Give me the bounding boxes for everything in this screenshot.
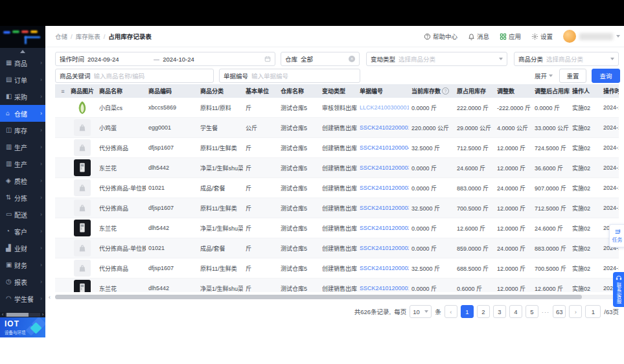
doc-no-link[interactable]: SSCK24101200002 (357, 225, 409, 231)
sidebar-item-finance[interactable]: ▣财务› (0, 256, 45, 273)
column-header-10[interactable]: 原占用库存 (454, 87, 494, 95)
customer-service-floating-button[interactable]: 联系客服 (613, 272, 624, 307)
per-page-select[interactable]: 10 (410, 305, 432, 318)
messages-button[interactable]: 消息 (468, 32, 489, 41)
column-header-2[interactable]: 商品名称 (97, 87, 146, 95)
table-row[interactable]: 代分拣商品-单位换算01021成品/套餐斤测试仓库5创建销售出库SSCK2410… (55, 238, 619, 258)
sidebar-item-customer[interactable]: ◔客户› (0, 223, 45, 240)
cell-original_occupied: 712.5000 斤 (454, 144, 494, 152)
sidebar-item-goods[interactable]: ▦商品› (0, 54, 45, 71)
product-image-cabbage[interactable] (74, 99, 91, 116)
category-select[interactable]: 商品分类 选择商品分类 (514, 52, 619, 66)
product-image-dark[interactable] (74, 220, 91, 236)
breadcrumb-item[interactable]: 仓储 (55, 32, 67, 41)
table-row[interactable]: 东兰花dlh5442净菜1/生鲜shu菜类...斤测试仓库5创建销售出库SSCK… (55, 218, 619, 238)
doc-no-link[interactable]: SSCK24101200002 (357, 265, 409, 271)
doc-no-link[interactable]: SSCK24101200002 (357, 245, 409, 251)
sidebar-item-sorting[interactable]: ⇅分拣› (0, 189, 45, 206)
task-floating-button[interactable]: 任务 (609, 224, 624, 247)
column-header-7[interactable]: 变动类型 (319, 87, 357, 95)
sidebar-item-meal[interactable]: ◠学生餐› (0, 290, 45, 307)
doc-no-input[interactable]: 单据编号 输入单据编号 (219, 69, 360, 83)
page-button-5[interactable]: 5 (526, 305, 538, 318)
column-header-6[interactable]: 仓库名称 (278, 87, 319, 95)
query-button[interactable]: 查询 (592, 69, 620, 83)
prev-page-button[interactable]: ‹ (445, 305, 457, 318)
table-row[interactable]: 东兰花dlh5442净菜1/生鲜shu菜类...斤测试仓库5创建销售出库SSCK… (55, 158, 619, 178)
column-header-14[interactable]: 操作时间 (601, 87, 619, 95)
help-center-button[interactable]: 帮助中心 (424, 32, 457, 41)
clear-icon[interactable]: × (349, 56, 355, 62)
sidebar-item-bizfinance[interactable]: ▟业财› (0, 240, 45, 256)
table-row[interactable]: 小白菜csxbccs5869原料11/原料斤测试仓库5审核领料出库LLCK241… (55, 98, 619, 118)
change-type-select[interactable]: 变动类型 选择商品分类 (366, 52, 507, 66)
column-header-12[interactable]: 调整后占用库存 (532, 87, 570, 95)
sidebar-scroll-thumb[interactable] (6, 313, 29, 317)
product-image-placeholder[interactable] (74, 119, 91, 136)
keyword-input[interactable]: 商品关键词 输入商品名称/编码 (55, 69, 214, 83)
column-header-4[interactable]: 商品分类 (198, 87, 243, 95)
page-button-3[interactable]: 3 (493, 305, 506, 318)
sidebar-item-inventory[interactable]: ◫库存› (0, 122, 45, 139)
user-menu[interactable] (563, 30, 620, 43)
sidebar-scroll-track[interactable] (5, 313, 40, 317)
column-header-8[interactable]: 单据编号 (357, 87, 409, 95)
column-header-9[interactable]: 当前库存数? (409, 87, 454, 95)
settings-button[interactable]: 设置 (531, 32, 553, 41)
sidebar-scrollbar[interactable]: ‹ › (0, 312, 45, 317)
product-image-placeholder[interactable] (74, 199, 91, 216)
doc-no-link[interactable]: SSCK24102200001 (357, 124, 409, 131)
sidebar-item-report[interactable]: ◷报表› (0, 273, 45, 290)
table-row[interactable]: 代分拣商品dfjsp1607原料11/生鲜类斤测试仓库5创建销售出库SSCK24… (55, 258, 619, 279)
page-button-2[interactable]: 2 (477, 305, 490, 318)
table-row[interactable]: 代分拣商品dfjsp1607原料11/生鲜类斤测试仓库5创建销售出库SSCK24… (55, 198, 619, 218)
table-h-scrollbar[interactable] (55, 295, 619, 299)
table-row[interactable]: 小鸡蛋egg0001学生餐公斤测试仓库5创建销售出库SSCK2410220000… (55, 118, 619, 138)
doc-no-link[interactable]: LLCK24100300001 (357, 104, 409, 111)
sidebar-item-warehouse[interactable]: ⌂仓储› (0, 105, 45, 122)
product-image-placeholder[interactable] (74, 139, 91, 156)
product-image-placeholder[interactable] (74, 179, 91, 196)
date-range-picker[interactable]: 操作时间 2024-09-24 — 2024-10-24 (55, 52, 275, 66)
expand-toggle[interactable]: 展开 (535, 71, 553, 80)
next-page-button[interactable]: › (569, 305, 582, 318)
apps-button[interactable]: 应用 (500, 32, 521, 41)
doc-no-link[interactable]: SSCK24101200003 (357, 165, 409, 171)
page-button-1[interactable]: 1 (461, 305, 474, 318)
scroll-right-icon[interactable]: › (40, 312, 45, 317)
sidebar-item-purchase[interactable]: ◧采购› (0, 88, 45, 105)
table-settings-icon[interactable]: ≡ (55, 88, 68, 95)
table-row[interactable]: 代分拣商品-单位换算01021成品/套餐斤测试仓库5创建销售出库SSCK2410… (55, 178, 619, 198)
page-button-63[interactable]: 63 (553, 305, 566, 318)
sidebar-item-delivery[interactable]: ▭配送› (0, 206, 45, 223)
doc-no-link[interactable]: SSCK24101200003 (357, 185, 409, 191)
sidebar-item-production[interactable]: ▥生产› (0, 139, 45, 155)
table-scroll-left-icon[interactable]: ‹ (49, 294, 51, 301)
sidebar-item-qc[interactable]: ◈质检› (0, 172, 45, 189)
iot-banner[interactable]: IOT 设备与环境 (0, 317, 45, 337)
product-image-dark[interactable] (74, 280, 91, 292)
product-image-placeholder[interactable] (74, 240, 91, 256)
doc-no-link[interactable]: SSCK24101200003 (357, 205, 409, 211)
sidebar-item-orders[interactable]: ▤订单› (0, 71, 45, 88)
column-header-3[interactable]: 商品编码 (146, 87, 198, 95)
doc-no-link[interactable]: SSCK24101200004 (357, 144, 409, 151)
sidebar-scroll-up-icon[interactable] (20, 50, 25, 53)
scroll-left-icon[interactable]: ‹ (0, 312, 5, 317)
column-header-13[interactable]: 操作人 (570, 87, 601, 95)
table-h-scroll-thumb[interactable] (55, 295, 582, 299)
product-image-placeholder[interactable] (74, 260, 91, 277)
reset-button[interactable]: 重置 (559, 69, 586, 83)
sidebar-item-production-2[interactable]: ▥生产› (0, 155, 45, 172)
table-row[interactable]: 东兰花dlh5442净菜1/生鲜shu菜类...斤测试仓库5创建销售出库SSCK… (55, 279, 619, 292)
column-header-5[interactable]: 基本单位 (243, 87, 278, 95)
breadcrumb-item[interactable]: 库存账表 (76, 32, 100, 41)
column-header-1[interactable]: 商品图片 (68, 87, 97, 95)
column-header-11[interactable]: 调整数 (494, 87, 532, 95)
table-row[interactable]: 代分拣商品dfjsp1607原料11/生鲜类斤测试仓库5创建销售出库SSCK24… (55, 138, 619, 158)
page-button-4[interactable]: 4 (509, 305, 522, 318)
doc-no-link[interactable]: SSCK24101200001 (357, 285, 409, 291)
warehouse-select[interactable]: 仓库 全部 × (281, 52, 360, 66)
jump-page-input[interactable]: 1 (585, 305, 601, 318)
product-image-dark[interactable] (74, 159, 91, 176)
